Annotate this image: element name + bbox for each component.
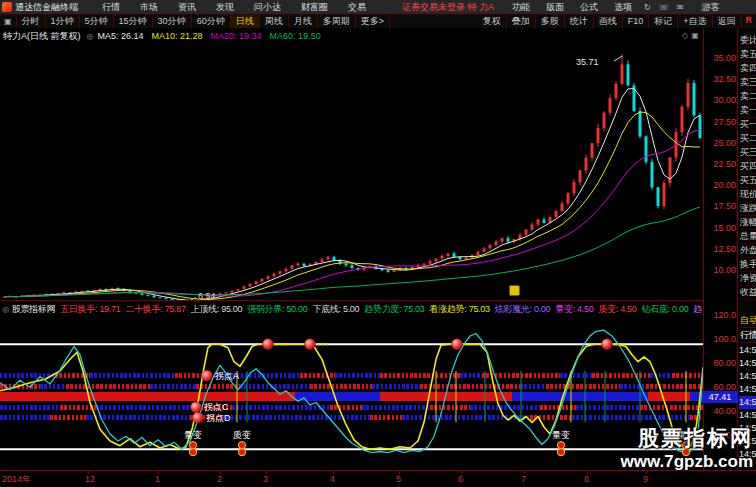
price-axis-label: 15.00 bbox=[713, 224, 736, 233]
tick-time[interactable]: 14:56 bbox=[739, 396, 756, 409]
quote-row-收益[interactable]: 收益 bbox=[740, 285, 756, 300]
period-分时[interactable]: 分时 bbox=[17, 15, 46, 28]
x-axis-tick bbox=[158, 471, 159, 474]
auto-label[interactable]: 自动 bbox=[740, 313, 756, 328]
tool-多股[interactable]: 多股 bbox=[536, 15, 565, 28]
refresh-icon[interactable]: ↻ bbox=[640, 3, 655, 12]
period-多周期[interactable]: 多周期 bbox=[318, 15, 356, 28]
right-menu-1[interactable]: 版面 bbox=[538, 1, 572, 14]
quote-row-现价[interactable]: 现价 bbox=[740, 187, 756, 202]
period-15分钟[interactable]: 15分钟 bbox=[114, 15, 153, 28]
period-更多>[interactable]: 更多> bbox=[356, 15, 390, 28]
menu-item-3[interactable]: 发现 bbox=[206, 1, 244, 14]
menu-item-1[interactable]: 市场 bbox=[130, 1, 168, 14]
turn-point-label: 拐点D bbox=[206, 413, 231, 423]
panel-icon[interactable]: ▣ bbox=[691, 31, 699, 42]
period-60分钟[interactable]: 60分钟 bbox=[192, 15, 231, 28]
window-icon[interactable]: ▣ bbox=[0, 17, 17, 26]
x-axis-tick bbox=[266, 471, 267, 474]
top-ball-marker bbox=[305, 339, 316, 350]
phone-icon[interactable]: ☏ bbox=[655, 3, 673, 12]
bottom-signal-ball bbox=[238, 442, 245, 449]
tool-叠加[interactable]: 叠加 bbox=[507, 15, 536, 28]
quote-row-卖一[interactable]: 卖一 bbox=[740, 103, 756, 118]
tool-+自选[interactable]: +自选 bbox=[678, 15, 712, 28]
quote-row-卖五[interactable]: 卖五 bbox=[740, 47, 756, 62]
time-axis[interactable]: 2014年12123456789 bbox=[0, 470, 756, 487]
indicator-fields: 五日换手: 19.71二十换手: 75.87上顶线: 95.00强弱分界: 50… bbox=[60, 303, 703, 316]
chart-title: 特力A(日线 前复权) bbox=[3, 30, 81, 43]
x-axis-label: 6 bbox=[458, 474, 463, 484]
right-menu-0[interactable]: 功能 bbox=[504, 1, 538, 14]
indicator-field-11: 趋势转强: 0.00 bbox=[693, 303, 703, 316]
tool-返回[interactable]: 返回 bbox=[713, 15, 742, 28]
period-5分钟[interactable]: 5分钟 bbox=[80, 15, 114, 28]
menu-item-5[interactable]: 财富圈 bbox=[291, 1, 338, 14]
indicator-dot-icon[interactable]: ◎ bbox=[87, 32, 94, 41]
tool-统计[interactable]: 统计 bbox=[565, 15, 594, 28]
quote-row-买五[interactable]: 买五 bbox=[740, 173, 756, 188]
dot-trail bbox=[326, 343, 328, 345]
quote-row-净资[interactable]: 净资 bbox=[740, 271, 756, 286]
candlestick-svg: 35.716.54 bbox=[0, 44, 703, 300]
quote-row-卖二[interactable]: 卖二 bbox=[740, 89, 756, 104]
quote-row-买四[interactable]: 买四 bbox=[740, 159, 756, 174]
mail-icon[interactable]: ✉ bbox=[673, 3, 688, 12]
tool-F10[interactable]: F10 bbox=[623, 15, 650, 28]
x-axis-tick bbox=[524, 471, 525, 474]
main-chart-canvas[interactable]: 35.716.54 bbox=[0, 44, 703, 300]
period-30分钟[interactable]: 30分钟 bbox=[153, 15, 192, 28]
corner-r-indicator: R bbox=[742, 15, 756, 28]
quote-row-买三[interactable]: 买三 bbox=[740, 145, 756, 160]
dot-trail bbox=[619, 343, 621, 345]
quote-row-总量[interactable]: 总量 bbox=[740, 229, 756, 244]
quote-row-换手[interactable]: 换手 bbox=[740, 257, 756, 272]
indicator-field-1: 二十换手: 75.87 bbox=[125, 303, 185, 316]
indicator-field-10: 钻石底: 0.00 bbox=[642, 303, 689, 316]
period-1分钟[interactable]: 1分钟 bbox=[46, 15, 80, 28]
quote-row-外盘[interactable]: 外盘 bbox=[740, 243, 756, 258]
tick-time[interactable]: 14:56 bbox=[739, 409, 756, 422]
period-月线[interactable]: 月线 bbox=[289, 15, 318, 28]
low-annotation: 6.54 bbox=[198, 291, 216, 300]
right-tool-buttons: 复权叠加多股统计画线F10标记+自选返回R bbox=[478, 15, 756, 28]
tool-复权[interactable]: 复权 bbox=[478, 15, 507, 28]
indicator-field-6: 看涨趋势: 75.03 bbox=[430, 303, 490, 316]
menu-item-0[interactable]: 行情 bbox=[92, 1, 130, 14]
quote-row-委比[interactable]: 委比 bbox=[740, 33, 756, 48]
right-menu-2[interactable]: 公式 bbox=[572, 1, 606, 14]
user-label[interactable]: 游客 bbox=[701, 1, 719, 14]
quote-panel[interactable]: 委比卖五卖四卖三卖二卖一买一买二买三买四买五现价涨跌涨幅总量外盘换手净资收益自动… bbox=[737, 28, 756, 470]
ma-legend: MA5: 26.14MA10: 21.28MA20: 19.34MA60: 19… bbox=[97, 31, 328, 41]
event-badge-icon[interactable] bbox=[509, 285, 520, 296]
quote-row-买二[interactable]: 买二 bbox=[740, 131, 756, 146]
period-日线[interactable]: 日线 bbox=[231, 15, 260, 28]
menu-item-6[interactable]: 交易 bbox=[338, 1, 376, 14]
quote-row-买一[interactable]: 买一 bbox=[740, 117, 756, 132]
right-menu-3[interactable]: 选项 bbox=[606, 1, 640, 14]
tick-time[interactable]: 14:55 bbox=[739, 344, 756, 357]
app-title: 通达信金融终端 bbox=[15, 1, 78, 14]
x-axis-label: 8 bbox=[584, 474, 589, 484]
indicator-chart-canvas[interactable]: 拐点A拐点C拐点D量变质变量变量变 bbox=[0, 318, 703, 470]
tick-time[interactable]: 14:56 bbox=[739, 370, 756, 383]
indicator-header: ◎ 股票指标网 五日换手: 19.71二十换手: 75.87上顶线: 95.00… bbox=[0, 302, 703, 317]
menu-item-2[interactable]: 资讯 bbox=[168, 1, 206, 14]
diamond-icon[interactable]: ◇ bbox=[682, 31, 688, 42]
turn-point-ball bbox=[193, 412, 204, 423]
tick-time[interactable]: 14:56 bbox=[739, 357, 756, 370]
quote-row-卖四[interactable]: 卖四 bbox=[740, 61, 756, 76]
quote-row-涨跌[interactable]: 涨跌 bbox=[740, 201, 756, 216]
quote-row-卖三[interactable]: 卖三 bbox=[740, 75, 756, 90]
menu-item-4[interactable]: 问小达 bbox=[244, 1, 291, 14]
tool-标记[interactable]: 标记 bbox=[649, 15, 678, 28]
quote-row-涨幅[interactable]: 涨幅 bbox=[740, 215, 756, 230]
period-周线[interactable]: 周线 bbox=[260, 15, 289, 28]
tdx-terminal-window: { "window": { "app_title": "通达信金融终端", "m… bbox=[0, 0, 756, 487]
price-axis-label: 17.50 bbox=[713, 202, 736, 211]
bottom-signal-label: 量变 bbox=[552, 430, 570, 440]
tick-time[interactable]: 14:56 bbox=[739, 383, 756, 396]
tool-画线[interactable]: 画线 bbox=[594, 15, 623, 28]
indicator-dot-icon[interactable]: ◎ bbox=[2, 305, 9, 314]
bottom-signal-ball bbox=[238, 449, 245, 456]
